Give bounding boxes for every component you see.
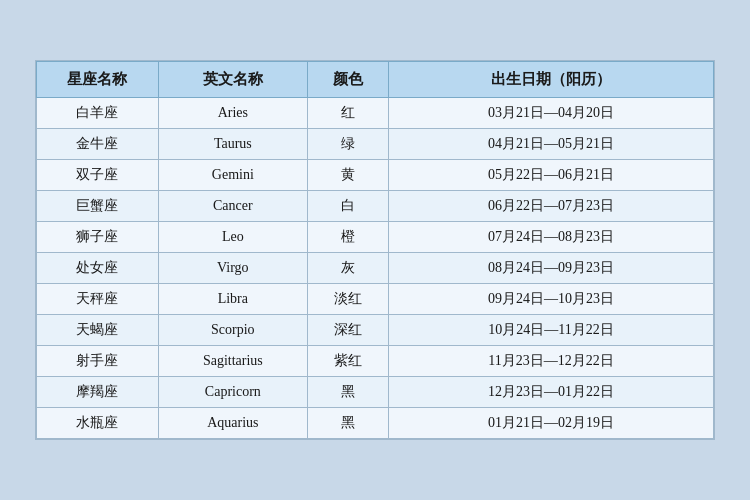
cell-zh: 摩羯座 bbox=[37, 377, 159, 408]
cell-date: 05月22日—06月21日 bbox=[389, 160, 714, 191]
cell-en: Virgo bbox=[158, 253, 307, 284]
cell-zh: 天蝎座 bbox=[37, 315, 159, 346]
cell-color: 淡红 bbox=[307, 284, 388, 315]
header-zh: 星座名称 bbox=[37, 62, 159, 98]
cell-date: 08月24日—09月23日 bbox=[389, 253, 714, 284]
cell-date: 11月23日—12月22日 bbox=[389, 346, 714, 377]
cell-date: 03月21日—04月20日 bbox=[389, 98, 714, 129]
table-row: 水瓶座Aquarius黑01月21日—02月19日 bbox=[37, 408, 714, 439]
cell-en: Aquarius bbox=[158, 408, 307, 439]
cell-color: 黑 bbox=[307, 377, 388, 408]
cell-en: Capricorn bbox=[158, 377, 307, 408]
table-row: 天蝎座Scorpio深红10月24日—11月22日 bbox=[37, 315, 714, 346]
cell-color: 黄 bbox=[307, 160, 388, 191]
cell-en: Libra bbox=[158, 284, 307, 315]
table-body: 白羊座Aries红03月21日—04月20日金牛座Taurus绿04月21日—0… bbox=[37, 98, 714, 439]
table-row: 金牛座Taurus绿04月21日—05月21日 bbox=[37, 129, 714, 160]
cell-en: Taurus bbox=[158, 129, 307, 160]
cell-zh: 巨蟹座 bbox=[37, 191, 159, 222]
table-row: 狮子座Leo橙07月24日—08月23日 bbox=[37, 222, 714, 253]
table-row: 摩羯座Capricorn黑12月23日—01月22日 bbox=[37, 377, 714, 408]
cell-color: 红 bbox=[307, 98, 388, 129]
cell-zh: 射手座 bbox=[37, 346, 159, 377]
cell-color: 灰 bbox=[307, 253, 388, 284]
cell-date: 07月24日—08月23日 bbox=[389, 222, 714, 253]
cell-en: Leo bbox=[158, 222, 307, 253]
cell-color: 深红 bbox=[307, 315, 388, 346]
table-row: 天秤座Libra淡红09月24日—10月23日 bbox=[37, 284, 714, 315]
zodiac-table-container: 星座名称 英文名称 颜色 出生日期（阳历） 白羊座Aries红03月21日—04… bbox=[35, 60, 715, 440]
cell-date: 09月24日—10月23日 bbox=[389, 284, 714, 315]
cell-zh: 处女座 bbox=[37, 253, 159, 284]
header-en: 英文名称 bbox=[158, 62, 307, 98]
cell-date: 12月23日—01月22日 bbox=[389, 377, 714, 408]
header-color: 颜色 bbox=[307, 62, 388, 98]
table-row: 双子座Gemini黄05月22日—06月21日 bbox=[37, 160, 714, 191]
cell-date: 04月21日—05月21日 bbox=[389, 129, 714, 160]
cell-color: 绿 bbox=[307, 129, 388, 160]
cell-zh: 水瓶座 bbox=[37, 408, 159, 439]
cell-en: Sagittarius bbox=[158, 346, 307, 377]
cell-color: 黑 bbox=[307, 408, 388, 439]
cell-date: 06月22日—07月23日 bbox=[389, 191, 714, 222]
table-row: 处女座Virgo灰08月24日—09月23日 bbox=[37, 253, 714, 284]
cell-zh: 狮子座 bbox=[37, 222, 159, 253]
table-row: 白羊座Aries红03月21日—04月20日 bbox=[37, 98, 714, 129]
cell-date: 10月24日—11月22日 bbox=[389, 315, 714, 346]
cell-en: Aries bbox=[158, 98, 307, 129]
cell-en: Gemini bbox=[158, 160, 307, 191]
cell-en: Scorpio bbox=[158, 315, 307, 346]
cell-zh: 金牛座 bbox=[37, 129, 159, 160]
table-row: 射手座Sagittarius紫红11月23日—12月22日 bbox=[37, 346, 714, 377]
cell-color: 橙 bbox=[307, 222, 388, 253]
cell-color: 紫红 bbox=[307, 346, 388, 377]
table-row: 巨蟹座Cancer白06月22日—07月23日 bbox=[37, 191, 714, 222]
cell-date: 01月21日—02月19日 bbox=[389, 408, 714, 439]
zodiac-table: 星座名称 英文名称 颜色 出生日期（阳历） 白羊座Aries红03月21日—04… bbox=[36, 61, 714, 439]
cell-en: Cancer bbox=[158, 191, 307, 222]
cell-zh: 天秤座 bbox=[37, 284, 159, 315]
header-date: 出生日期（阳历） bbox=[389, 62, 714, 98]
cell-zh: 双子座 bbox=[37, 160, 159, 191]
cell-color: 白 bbox=[307, 191, 388, 222]
cell-zh: 白羊座 bbox=[37, 98, 159, 129]
table-header-row: 星座名称 英文名称 颜色 出生日期（阳历） bbox=[37, 62, 714, 98]
